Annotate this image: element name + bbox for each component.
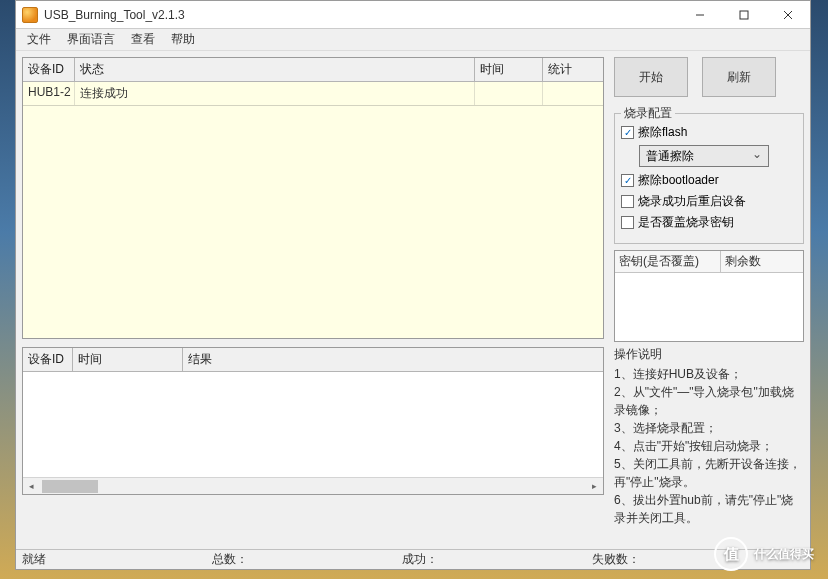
titlebar[interactable]: USB_Burning_Tool_v2.1.3 — [16, 1, 810, 29]
erase-mode-select[interactable]: 普通擦除 — [639, 145, 769, 167]
erase-bootloader-checkbox[interactable]: ✓ 擦除bootloader — [621, 172, 797, 189]
svg-rect-1 — [740, 11, 748, 19]
close-button[interactable] — [766, 1, 810, 28]
menu-help[interactable]: 帮助 — [164, 29, 202, 50]
horizontal-scrollbar[interactable]: ◂ ▸ — [23, 477, 603, 494]
checkbox-icon: ✓ — [621, 174, 634, 187]
log-grid[interactable]: 设备ID 时间 结果 ◂ ▸ — [22, 347, 604, 495]
device-grid[interactable]: 设备ID 状态 时间 统计 HUB1-2 连接成功 — [22, 57, 604, 339]
cell-time — [475, 82, 543, 105]
erase-mode-value: 普通擦除 — [646, 148, 694, 165]
watermark-text: 什么值得买 — [754, 546, 814, 563]
col-time[interactable]: 时间 — [475, 58, 543, 82]
col-count[interactable]: 统计 — [543, 58, 603, 82]
statusbar: 就绪 总数： 成功： 失败数： — [16, 549, 810, 569]
cell-count — [543, 82, 603, 105]
checkbox-icon — [621, 216, 634, 229]
erase-flash-label: 擦除flash — [638, 124, 687, 141]
burn-config-group: 烧录配置 ✓ 擦除flash 普通擦除 ✓ 擦除bootloader 烧录 — [614, 113, 804, 244]
minimize-button[interactable] — [678, 1, 722, 28]
app-icon — [22, 7, 38, 23]
scroll-thumb[interactable] — [42, 480, 98, 493]
col-key[interactable]: 密钥(是否覆盖) — [615, 251, 721, 272]
reboot-after-checkbox[interactable]: 烧录成功后重启设备 — [621, 193, 797, 210]
overwrite-key-label: 是否覆盖烧录密钥 — [638, 214, 734, 231]
config-title: 烧录配置 — [621, 105, 675, 122]
erase-flash-checkbox[interactable]: ✓ 擦除flash — [621, 124, 797, 141]
cell-status: 连接成功 — [75, 82, 475, 105]
menu-file[interactable]: 文件 — [20, 29, 58, 50]
key-list[interactable]: 密钥(是否覆盖) 剩余数 — [614, 250, 804, 342]
overwrite-key-checkbox[interactable]: 是否覆盖烧录密钥 — [621, 214, 797, 231]
reboot-after-label: 烧录成功后重启设备 — [638, 193, 746, 210]
col-log-result[interactable]: 结果 — [183, 348, 603, 372]
status-success: 成功： — [402, 551, 592, 568]
checkbox-icon — [621, 195, 634, 208]
scroll-left-icon[interactable]: ◂ — [23, 478, 40, 495]
checkbox-icon: ✓ — [621, 126, 634, 139]
maximize-button[interactable] — [722, 1, 766, 28]
cell-device-id: HUB1-2 — [23, 82, 75, 105]
menu-view[interactable]: 查看 — [124, 29, 162, 50]
instructions-title: 操作说明 — [614, 346, 804, 363]
col-log-id[interactable]: 设备ID — [23, 348, 73, 372]
watermark: 值 什么值得买 — [714, 537, 814, 571]
app-window: USB_Burning_Tool_v2.1.3 文件 界面语言 查看 帮助 — [15, 0, 811, 570]
status-total: 总数： — [212, 551, 402, 568]
col-device-id[interactable]: 设备ID — [23, 58, 75, 82]
menu-language[interactable]: 界面语言 — [60, 29, 122, 50]
col-log-time[interactable]: 时间 — [73, 348, 183, 372]
scroll-right-icon[interactable]: ▸ — [586, 478, 603, 495]
start-button[interactable]: 开始 — [614, 57, 688, 97]
erase-bootloader-label: 擦除bootloader — [638, 172, 719, 189]
window-title: USB_Burning_Tool_v2.1.3 — [44, 8, 185, 22]
instructions-text: 1、连接好HUB及设备； 2、从"文件"—"导入烧录包"加载烧录镜像； 3、选择… — [614, 365, 804, 543]
refresh-button[interactable]: 刷新 — [702, 57, 776, 97]
col-remain[interactable]: 剩余数 — [721, 251, 803, 272]
status-ready: 就绪 — [22, 551, 212, 568]
menubar: 文件 界面语言 查看 帮助 — [16, 29, 810, 51]
col-status[interactable]: 状态 — [75, 58, 475, 82]
watermark-logo-icon: 值 — [714, 537, 748, 571]
table-row[interactable]: HUB1-2 连接成功 — [23, 82, 603, 106]
